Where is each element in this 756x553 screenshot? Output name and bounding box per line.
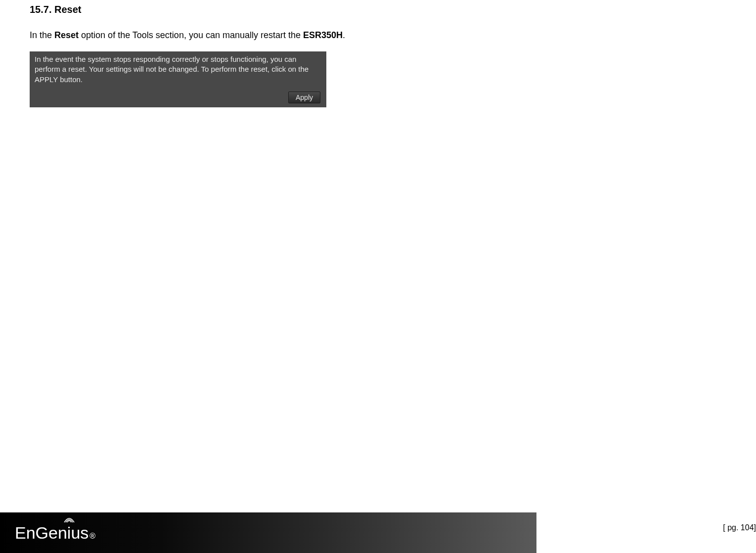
section-heading: 15.7. Reset	[30, 4, 726, 15]
intro-paragraph: In the Reset option of the Tools section…	[30, 29, 726, 42]
footer-bar: EnGen i us®	[0, 512, 536, 553]
intro-prefix: In the	[30, 30, 54, 40]
panel-description: In the event the system stops responding…	[35, 54, 321, 85]
registered-mark: ®	[89, 532, 95, 541]
apply-button[interactable]: Apply	[288, 92, 320, 103]
page-number: [ pg. 104]	[723, 523, 756, 532]
reset-panel-screenshot: In the event the system stops responding…	[30, 51, 326, 107]
engenius-logo: EnGen i us®	[15, 523, 95, 543]
intro-middle: option of the Tools section, you can man…	[79, 30, 303, 40]
button-wrapper: Apply	[35, 92, 321, 103]
intro-bold-model: ESR350H	[303, 30, 343, 40]
section-number: 15.7.	[30, 4, 51, 15]
section-title: Reset	[54, 4, 81, 15]
content-area: 15.7. Reset In the Reset option of the T…	[0, 0, 756, 107]
intro-bold-reset: Reset	[54, 30, 79, 40]
logo-text-us: us	[71, 523, 89, 543]
wifi-icon	[63, 515, 75, 523]
logo-i-wrapper: i	[67, 523, 71, 543]
intro-suffix: .	[343, 30, 345, 40]
logo-text-en: En	[15, 523, 36, 543]
logo-text-g: Gen	[36, 523, 67, 543]
logo-text-i: i	[67, 523, 71, 542]
